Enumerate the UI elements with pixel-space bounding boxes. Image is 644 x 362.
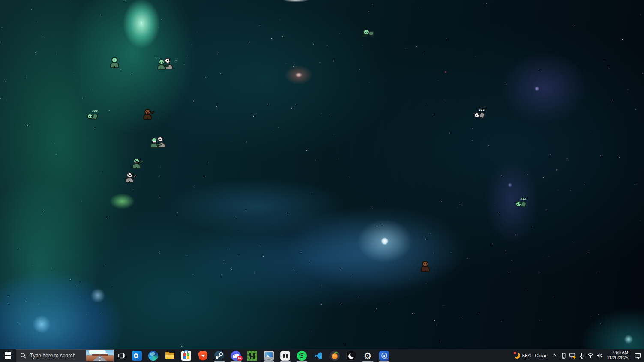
spotify-taskbar-button[interactable]	[294, 349, 310, 362]
outlook-taskbar-button[interactable]	[129, 349, 145, 362]
dark-app-taskbar-button[interactable]	[343, 349, 360, 362]
brave-taskbar-button[interactable]	[195, 349, 211, 362]
action-center-button[interactable]	[631, 349, 644, 362]
cloud-illustration	[89, 350, 106, 354]
phone-icon	[560, 353, 567, 359]
desktop-pets-layer: ♡♡zzzzzzzzz	[0, 0, 644, 349]
clock-time: 4:59 AM	[612, 350, 628, 356]
phone-link-tray[interactable]	[559, 349, 568, 362]
microphone-icon	[578, 353, 585, 359]
system-tray: 55°F Clear	[512, 349, 644, 362]
steam-icon	[214, 351, 224, 361]
heart-glyph: ♡	[174, 60, 177, 64]
microsoft-store-taskbar-button[interactable]	[178, 349, 195, 362]
desktop: ♡♡zzzzzzzzz	[0, 0, 644, 349]
weather-alert-badge	[514, 352, 516, 354]
chevron-up-icon	[551, 353, 558, 359]
screen-share-tray[interactable]	[568, 349, 577, 362]
dark-app-icon	[346, 351, 356, 361]
steam-taskbar-button[interactable]	[211, 349, 228, 362]
file-explorer-icon	[165, 351, 175, 361]
weather-condition: Clear	[535, 353, 546, 358]
hidden-icons-chevron[interactable]	[550, 349, 559, 362]
spotify-icon	[297, 351, 307, 361]
network-tray[interactable]	[586, 349, 595, 362]
taskbar-apps: 9+⚙	[129, 349, 392, 362]
edge-taskbar-button[interactable]	[145, 349, 162, 362]
pet-zzz-label: zzz	[92, 109, 98, 112]
discord-taskbar-button[interactable]: 9+	[228, 349, 244, 362]
desktop-pet-green-hug[interactable]	[149, 136, 170, 150]
desktop-pet-green-wave[interactable]	[131, 157, 152, 172]
speaker-icon	[596, 352, 603, 359]
desktop-pet-green-sleep[interactable]: zzz	[515, 197, 537, 212]
discord-notification-badge: 9+	[237, 356, 243, 361]
task-view-icon	[117, 351, 126, 360]
fl-studio-icon	[330, 351, 340, 361]
desktop-pet-green-stand[interactable]	[108, 57, 129, 72]
settings-gear-icon: ⚙	[363, 351, 373, 361]
wallpaper-engine-taskbar-button[interactable]	[261, 349, 277, 362]
settings-taskbar-button[interactable]: ⚙	[359, 349, 376, 362]
file-explorer-taskbar-button[interactable]	[162, 349, 178, 362]
outlet-app-icon	[280, 351, 290, 361]
desktop-pet-green-hug[interactable]: ♡♡	[156, 57, 177, 72]
windows-logo-icon	[5, 352, 12, 359]
weather-temperature: 55°F	[522, 353, 533, 358]
microsoft-store-icon	[181, 351, 191, 361]
wifi-icon	[587, 352, 594, 359]
outlet-app-taskbar-button[interactable]	[277, 349, 294, 362]
pet-zzz-label: zzz	[479, 108, 485, 111]
road-dash-line	[99, 355, 100, 361]
start-button[interactable]	[0, 349, 16, 362]
search-highlight-image[interactable]	[86, 350, 114, 361]
minecraft-taskbar-button[interactable]	[244, 349, 261, 362]
brave-icon	[198, 351, 208, 361]
search-icon	[20, 353, 26, 359]
search-box[interactable]	[16, 349, 114, 362]
desktop-pet-brown-stand[interactable]	[419, 261, 440, 275]
desktop-pet-white-sleep[interactable]: zzz	[474, 108, 495, 123]
outlook-icon	[132, 351, 142, 361]
minecraft-icon	[247, 351, 257, 361]
volume-tray[interactable]	[595, 349, 604, 362]
edge-icon	[148, 351, 158, 361]
taskbar: 9+⚙ 55°F Clear	[0, 349, 644, 362]
weather-widget[interactable]: 55°F Clear	[512, 349, 550, 362]
pet-zzz-label: zzz	[521, 197, 527, 200]
taskbar-clock[interactable]: 4:59 AM 11/20/2025	[604, 349, 631, 362]
task-view-button[interactable]	[114, 349, 129, 362]
fl-studio-taskbar-button[interactable]	[326, 349, 343, 362]
blue-app-icon	[379, 351, 389, 361]
desktop-pet-green-lie[interactable]	[362, 26, 383, 40]
desktop-pet-brown-wave[interactable]	[142, 108, 163, 123]
vscode-taskbar-button[interactable]	[310, 349, 327, 362]
desktop-pet-green-sleep[interactable]: zzz	[87, 109, 108, 124]
wallpaper-engine-icon	[264, 351, 274, 361]
clock-date: 11/20/2025	[607, 356, 628, 361]
clear-night-moon-icon	[514, 353, 520, 359]
blue-app-taskbar-button[interactable]	[376, 349, 393, 362]
desktop-pet-white-wave[interactable]	[124, 171, 145, 186]
action-center-icon	[634, 352, 641, 359]
vscode-icon	[313, 351, 323, 361]
heart-glyph: ♡	[155, 57, 158, 60]
microphone-tray[interactable]	[577, 349, 586, 362]
display-share-icon	[569, 352, 576, 359]
